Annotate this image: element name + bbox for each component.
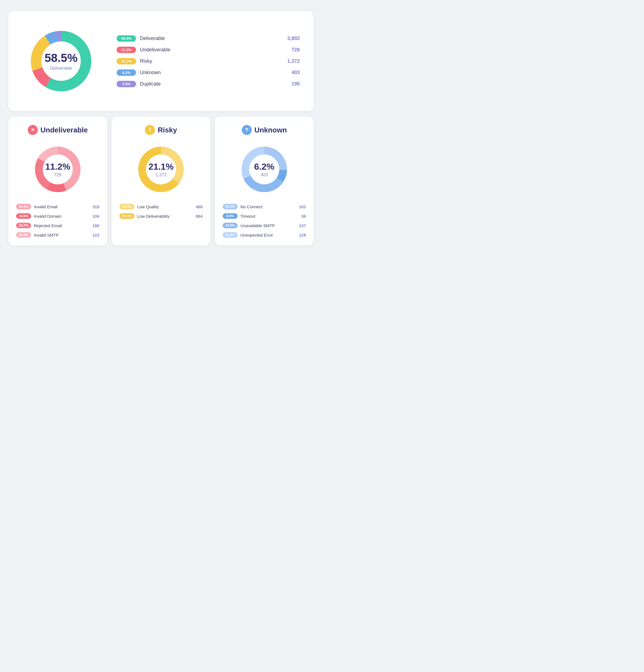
undeliverable-legend-name-1: Invalid Domain (34, 214, 90, 218)
main-donut-center: 58.5% Deliverable (45, 51, 77, 71)
unknown-legend-row-2: 34.0% Unavailable SMTP 137 (223, 223, 306, 228)
unknown-legend-row-0: 25.3% No Connect 102 (223, 204, 306, 209)
undeliverable-legend-count-0: 319 (93, 204, 99, 209)
undeliverable-icon: ✕ (28, 125, 38, 135)
legend-count-0: 3,802 (287, 36, 300, 41)
undeliverable-legend-row-0: 43.8% Invalid Email 319 (16, 204, 99, 209)
undeliverable-legend-badge-3: 16.9% (16, 232, 31, 238)
risky-legend-row-1: 64.4% Low Deliverability 884 (119, 213, 203, 219)
legend-badge-1: 11.2% (117, 47, 136, 53)
undeliverable-center: 11.2% 728 (45, 161, 71, 178)
unknown-legend-row-1: 8.9% Timeout 36 (223, 213, 306, 219)
unknown-donut: 6.2% 403 (236, 142, 292, 197)
undeliverable-legend-badge-2: 24.7% (16, 223, 31, 228)
unknown-legend-count-2: 137 (299, 223, 306, 228)
undeliverable-legend-name-2: Rejected Email (34, 223, 90, 228)
unknown-card: ? Unknown 6.2% 403 25.3% No Connect 102 … (215, 117, 314, 245)
risky-card: ! Risky 21.1% 1,372 35.6% Low Quality 48… (112, 117, 210, 245)
risky-legend-name-0: Low Quality (137, 204, 193, 209)
risky-legend-badge-1: 64.4% (119, 213, 134, 219)
unknown-legend-name-2: Unavailable SMTP (240, 223, 296, 228)
undeliverable-count: 728 (45, 172, 71, 178)
risky-legend-row-0: 35.6% Low Quality 488 (119, 204, 203, 209)
legend-name-0: Deliverable (140, 36, 283, 41)
bottom-section: ✕ Undeliverable 11.2% 728 43.8% Invalid … (8, 117, 314, 245)
risky-title: Risky (158, 126, 177, 134)
legend-row-3: 6.2% Unknown 403 (117, 69, 300, 76)
legend-name-4: Duplicate (140, 81, 288, 87)
legend-row-2: 21.1% Risky 1,372 (117, 58, 300, 64)
main-legend: 58.5% Deliverable 3,802 11.2% Undelivera… (117, 35, 300, 87)
legend-name-1: Undeliverable (140, 47, 288, 53)
unknown-legend: 25.3% No Connect 102 8.9% Timeout 36 34.… (223, 204, 306, 238)
unknown-title: Unknown (255, 126, 287, 134)
unknown-legend-name-1: Timeout (240, 214, 299, 218)
unknown-count: 403 (254, 172, 275, 178)
undeliverable-card: ✕ Undeliverable 11.2% 728 43.8% Invalid … (8, 117, 107, 245)
legend-badge-3: 6.2% (117, 69, 136, 76)
risky-header: ! Risky (119, 125, 203, 135)
undeliverable-legend-count-3: 123 (93, 233, 99, 237)
undeliverable-legend-name-0: Invalid Email (34, 204, 90, 209)
legend-count-2: 1,372 (287, 58, 300, 64)
legend-name-2: Risky (140, 58, 283, 64)
top-summary-card: 58.5% Deliverable 58.5% Deliverable 3,80… (8, 11, 314, 111)
legend-badge-2: 21.1% (117, 58, 136, 64)
legend-row-4: 3.0% Duplicate 195 (117, 81, 300, 87)
unknown-center: 6.2% 403 (254, 161, 275, 178)
risky-pct: 21.1% (148, 161, 174, 172)
unknown-pct: 6.2% (254, 161, 275, 172)
risky-donut: 21.1% 1,372 (133, 142, 189, 197)
unknown-legend-count-0: 102 (299, 204, 306, 209)
legend-count-1: 728 (291, 47, 300, 53)
risky-legend: 35.6% Low Quality 488 64.4% Low Delivera… (119, 204, 203, 219)
undeliverable-legend-badge-1: 14.6% (16, 213, 31, 219)
legend-badge-4: 3.0% (117, 81, 136, 87)
legend-badge-0: 58.5% (117, 35, 136, 41)
undeliverable-legend-row-2: 24.7% Rejected Email 180 (16, 223, 99, 228)
risky-legend-name-1: Low Deliverability (137, 214, 193, 218)
legend-row-1: 11.2% Undeliverable 728 (117, 47, 300, 53)
risky-icon: ! (145, 125, 155, 135)
main-label: Deliverable (45, 66, 77, 71)
unknown-legend-name-0: No Connect (240, 204, 296, 209)
risky-center: 21.1% 1,372 (148, 161, 174, 178)
unknown-legend-row-3: 31.8% Unexpected Error 128 (223, 232, 306, 238)
legend-name-3: Unknown (140, 70, 288, 75)
undeliverable-legend-count-1: 106 (93, 214, 99, 218)
undeliverable-legend-row-1: 14.6% Invalid Domain 106 (16, 213, 99, 219)
unknown-legend-count-3: 128 (299, 233, 306, 237)
undeliverable-legend-name-3: Invalid SMTP (34, 233, 90, 237)
main-donut-chart: 58.5% Deliverable (22, 22, 100, 100)
undeliverable-legend-count-2: 180 (93, 223, 99, 228)
unknown-legend-name-3: Unexpected Error (240, 233, 296, 237)
risky-legend-count-1: 884 (196, 214, 203, 218)
risky-legend-count-0: 488 (196, 204, 203, 209)
risky-count: 1,372 (148, 172, 174, 178)
undeliverable-donut: 11.2% 728 (30, 142, 85, 197)
undeliverable-legend: 43.8% Invalid Email 319 14.6% Invalid Do… (16, 204, 99, 238)
unknown-icon: ? (242, 125, 252, 135)
legend-count-4: 195 (291, 81, 300, 87)
undeliverable-title: Undeliverable (40, 126, 88, 134)
undeliverable-pct: 11.2% (45, 161, 71, 172)
undeliverable-legend-row-3: 16.9% Invalid SMTP 123 (16, 232, 99, 238)
main-pct: 58.5% (45, 51, 77, 65)
undeliverable-header: ✕ Undeliverable (16, 125, 99, 135)
legend-count-3: 403 (291, 70, 300, 75)
legend-row-0: 58.5% Deliverable 3,802 (117, 35, 300, 41)
unknown-header: ? Unknown (223, 125, 306, 135)
unknown-legend-badge-0: 25.3% (223, 204, 238, 209)
unknown-legend-badge-1: 8.9% (223, 213, 238, 219)
risky-legend-badge-0: 35.6% (119, 204, 134, 209)
undeliverable-legend-badge-0: 43.8% (16, 204, 31, 209)
unknown-legend-count-1: 36 (301, 214, 306, 218)
unknown-legend-badge-2: 34.0% (223, 223, 238, 228)
unknown-legend-badge-3: 31.8% (223, 232, 238, 238)
